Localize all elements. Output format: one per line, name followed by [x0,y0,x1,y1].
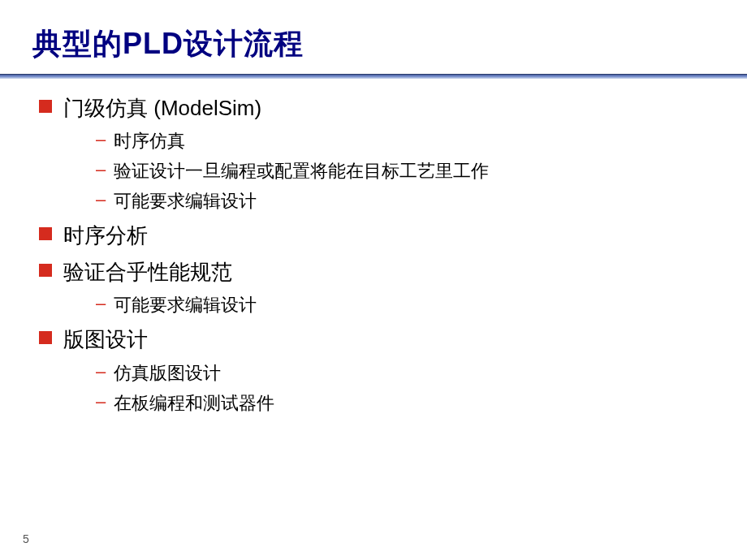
bullet-level1: 验证合乎性能规范 [39,257,715,286]
dash-bullet-icon: – [96,127,106,153]
bullet-level1: 时序分析 [39,221,715,250]
bullet-level1: 门级仿真 (ModelSim) [39,93,715,123]
dash-bullet-icon: – [96,187,106,213]
square-bullet-icon [39,331,52,344]
bullet-level2: – 在板编程和测试器件 [96,390,715,416]
bullet-text: 可能要求编辑设计 [114,291,257,318]
slide-content: 门级仿真 (ModelSim) – 时序仿真 – 验证设计一旦编程或配置将能在目… [32,93,715,416]
bullet-level2: – 可能要求编辑设计 [96,187,715,214]
bullet-text: 验证合乎性能规范 [63,257,232,286]
dash-bullet-icon: – [96,390,106,415]
bullet-text: 门级仿真 (ModelSim) [63,93,261,123]
bullet-level2: – 验证设计一旦编程或配置将能在目标工艺里工作 [96,157,715,184]
page-number: 5 [23,532,29,545]
bullet-text: 可能要求编辑设计 [114,187,257,214]
bullet-text: 仿真版图设计 [114,360,221,386]
bullet-level1: 版图设计 [39,325,715,354]
bullet-level2: – 仿真版图设计 [96,360,715,386]
dash-bullet-icon: – [96,291,106,317]
square-bullet-icon [39,227,52,240]
square-bullet-icon [39,264,52,277]
bullet-text: 时序仿真 [114,127,185,154]
slide-title: 典型的PLD设计流程 [32,24,715,64]
bullet-text: 在板编程和测试器件 [114,390,274,416]
slide: 典型的PLD设计流程 门级仿真 (ModelSim) – 时序仿真 – 验证设计… [0,0,747,560]
bullet-text: 验证设计一旦编程或配置将能在目标工艺里工作 [114,157,489,184]
bullet-level2: – 可能要求编辑设计 [96,291,715,318]
bullet-text: 时序分析 [63,221,148,250]
square-bullet-icon [39,100,52,113]
bullet-text: 版图设计 [63,325,148,354]
dash-bullet-icon: – [96,157,106,183]
dash-bullet-icon: – [96,360,106,385]
bullet-level2: – 时序仿真 [96,127,715,154]
title-divider [0,74,747,79]
